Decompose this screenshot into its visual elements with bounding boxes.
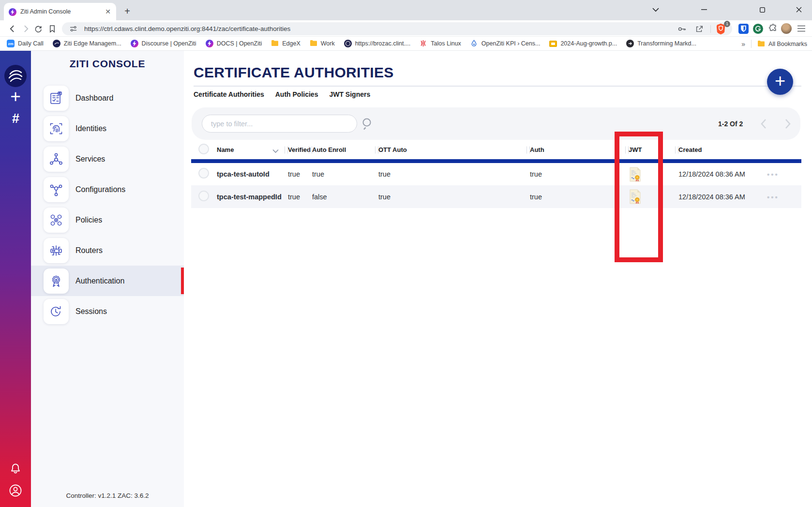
extensions-puzzle-icon[interactable] — [767, 23, 778, 34]
window-close-button[interactable] — [788, 0, 810, 19]
tab-auth-policies[interactable]: Auth Policies — [275, 90, 318, 98]
column-header-auth[interactable]: Auth — [526, 146, 625, 153]
url-bar[interactable]: https://ctrl.cdaws.clint.demo.openziti.o… — [62, 22, 732, 35]
ziti-logo-icon[interactable] — [4, 65, 27, 87]
openziti-icon — [131, 40, 138, 47]
bookmark-label: Ziti Edge Managem... — [64, 40, 121, 47]
window-minimize-button[interactable] — [693, 0, 715, 19]
new-tab-button[interactable]: + — [121, 5, 134, 18]
notifications-bell-icon[interactable] — [9, 462, 22, 475]
back-button[interactable] — [6, 22, 18, 35]
table-header-row: Name Verified Auto Enroll OTT Auto Auth … — [191, 140, 801, 159]
window-maximize-button[interactable] — [751, 0, 773, 19]
bookmark-talos-linux[interactable]: Talos Linux — [420, 40, 461, 47]
rail: + # — [0, 51, 31, 507]
sidebar-nav: Dashboard Identities Services Configurat… — [31, 83, 184, 327]
bitwarden-extension-icon[interactable] — [737, 23, 749, 34]
tab-close-icon[interactable]: ✕ — [104, 7, 112, 16]
tab-certificate-authorities[interactable]: Certificate Authorities — [194, 90, 264, 98]
sidebar-item-dashboard[interactable]: Dashboard — [31, 83, 184, 113]
sidebar-item-sessions[interactable]: Sessions — [31, 296, 184, 327]
column-header-ott-auto[interactable]: OTT Auto — [375, 146, 526, 153]
previous-page-chevron-icon[interactable] — [760, 119, 767, 129]
filter-input[interactable] — [202, 115, 357, 133]
row-checkbox[interactable] — [198, 191, 209, 201]
ca-name[interactable]: tpca-test-mappedId — [217, 193, 285, 201]
bookmark-daily-call[interactable]: zmDaily Call — [7, 40, 44, 47]
jwt-certificate-icon[interactable] — [625, 189, 675, 204]
column-header-verified[interactable]: Verified — [285, 146, 309, 153]
bookmark-brozac[interactable]: https://brozac.clint.... — [344, 40, 411, 47]
bookmark-label: DOCS | OpenZiti — [217, 40, 262, 47]
bookmark-transforming-markdown[interactable]: Transforming Markd... — [626, 40, 696, 47]
created-value: 12/18/2024 08:36 AM — [675, 170, 801, 178]
bookmark-ziti-edge[interactable]: Ziti Edge Managem... — [53, 40, 121, 47]
talos-icon — [420, 40, 427, 47]
reload-button[interactable] — [32, 22, 45, 35]
pagination: 1-2 Of 2 — [718, 107, 791, 140]
search-icon[interactable] — [361, 117, 374, 130]
column-header-auto-enroll[interactable]: Auto Enroll — [309, 146, 375, 153]
share-icon[interactable] — [693, 23, 706, 35]
sidebar-item-identities[interactable]: Identities — [31, 113, 184, 144]
sidebar-item-services[interactable]: Services — [31, 144, 184, 174]
sidebar-item-routers[interactable]: Routers — [31, 235, 184, 266]
divider — [194, 86, 801, 87]
bookmark-openziti-kpi[interactable]: OpenZiti KPI › Cens... — [470, 40, 541, 47]
bookmark-edgex-folder[interactable]: EdgeX — [271, 40, 301, 47]
column-header-created[interactable]: Created — [675, 146, 801, 153]
openziti-favicon-icon — [9, 8, 16, 15]
bookmarks-bar: zmDaily Call Ziti Edge Managem... Discou… — [0, 37, 812, 51]
sidebar-item-policies[interactable]: Policies — [31, 205, 184, 235]
divider — [710, 25, 711, 33]
rail-add-button[interactable]: + — [0, 87, 31, 106]
user-account-icon[interactable] — [9, 484, 22, 497]
tab-jwt-signers[interactable]: JWT Signers — [329, 90, 370, 98]
column-header-jwt[interactable]: JWT — [625, 146, 675, 153]
sidebar-item-configurations[interactable]: Configurations — [31, 174, 184, 205]
url-text[interactable]: https://ctrl.cdaws.clint.demo.openziti.o… — [84, 25, 676, 32]
sort-chevron-icon[interactable] — [272, 148, 279, 152]
bookmark-discourse-openziti[interactable]: Discourse | OpenZiti — [131, 40, 196, 47]
bookmark-docs-openziti[interactable]: DOCS | OpenZiti — [206, 40, 262, 47]
add-certificate-authority-button[interactable]: + — [767, 69, 793, 95]
ca-name[interactable]: tpca-test-autoId — [217, 170, 285, 178]
site-settings-tune-icon[interactable] — [67, 23, 79, 35]
browser-menu-icon[interactable] — [796, 23, 807, 34]
tab-title: Ziti Admin Console — [20, 8, 104, 15]
row-checkbox[interactable] — [198, 168, 209, 179]
next-page-chevron-icon[interactable] — [784, 119, 791, 129]
browser-tab[interactable]: Ziti Admin Console ✕ — [4, 3, 116, 20]
row-actions-icon[interactable]: ••• — [767, 193, 779, 201]
auth-value: true — [526, 170, 625, 178]
dashboard-icon — [44, 86, 69, 111]
slides-icon — [549, 41, 557, 47]
gears-icon — [44, 208, 69, 233]
bookmark-work-folder[interactable]: Work — [310, 40, 335, 47]
folder-icon — [757, 40, 765, 48]
bookmark-growth-slides[interactable]: 2024-Aug-growth.p... — [549, 40, 617, 47]
row-actions-icon[interactable]: ••• — [767, 170, 779, 179]
divider — [751, 40, 752, 48]
forward-button[interactable] — [19, 22, 32, 35]
password-key-icon[interactable] — [676, 23, 688, 35]
pagination-count: 1-2 Of 2 — [718, 120, 743, 128]
brave-shield-icon[interactable]: 1 — [716, 23, 727, 35]
select-all-checkbox[interactable] — [198, 144, 209, 154]
bookmark-label: OpenZiti KPI › Cens... — [481, 40, 541, 47]
ott-auto-value: true — [375, 193, 526, 201]
column-header-name[interactable]: Name — [217, 146, 285, 153]
sidebar-item-authentication[interactable]: Authentication — [31, 266, 184, 296]
rail-hash-button[interactable]: # — [0, 111, 31, 126]
sidebar-item-label: Services — [75, 155, 105, 164]
bookmarks-overflow-chevron[interactable]: » — [741, 40, 745, 48]
table-row[interactable]: tpca-test-mappedId true false true true … — [191, 185, 801, 208]
profile-avatar[interactable] — [781, 23, 792, 34]
browser-window: Ziti Admin Console ✕ + https://ctrl.cdaw… — [0, 0, 812, 507]
all-bookmarks-button[interactable]: All Bookmarks — [757, 40, 807, 48]
table-row[interactable]: tpca-test-autoId true true true true 12/… — [191, 163, 801, 185]
jwt-certificate-icon[interactable] — [625, 167, 675, 182]
tab-search-chevron-icon[interactable] — [645, 0, 667, 19]
grammarly-extension-icon[interactable] — [752, 23, 764, 34]
bookmark-page-icon[interactable] — [46, 22, 59, 35]
